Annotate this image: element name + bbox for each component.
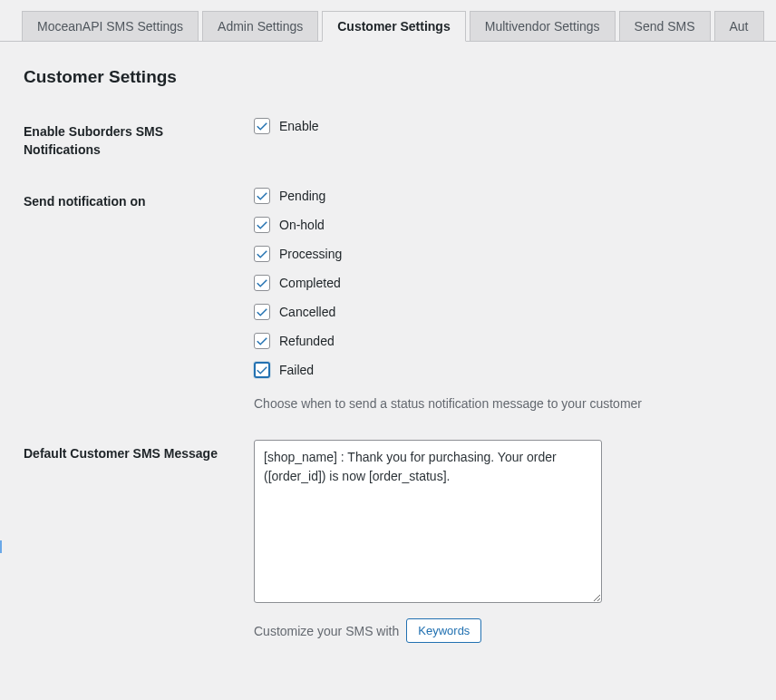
field-send-notification: Pending On-hold Processing bbox=[254, 188, 752, 411]
customize-row: Customize your SMS with Keywords bbox=[254, 618, 752, 643]
tab-customer-settings[interactable]: Customer Settings bbox=[322, 11, 465, 42]
field-default-message: Customize your SMS with Keywords bbox=[254, 440, 752, 643]
page-title: Customer Settings bbox=[24, 67, 752, 87]
checkbox-failed[interactable] bbox=[254, 362, 270, 378]
checkbox-cancelled[interactable] bbox=[254, 304, 270, 320]
checkbox-label-refunded[interactable]: Refunded bbox=[279, 334, 335, 348]
label-default-message: Default Customer SMS Message bbox=[24, 440, 254, 463]
tab-admin-settings[interactable]: Admin Settings bbox=[202, 11, 318, 41]
checkbox-pending[interactable] bbox=[254, 188, 270, 204]
row-default-message: Default Customer SMS Message Customize y… bbox=[24, 440, 752, 643]
tab-mocean-api-sms-settings[interactable]: MoceanAPI SMS Settings bbox=[22, 11, 199, 41]
tab-send-sms[interactable]: Send SMS bbox=[619, 11, 711, 41]
checkbox-label-cancelled[interactable]: Cancelled bbox=[279, 305, 335, 319]
content-area: Customer Settings Enable Suborders SMS N… bbox=[0, 42, 776, 643]
row-send-notification: Send notification on Pending On-hold bbox=[24, 188, 752, 411]
checkbox-label-enable[interactable]: Enable bbox=[279, 119, 319, 133]
label-enable-suborders: Enable Suborders SMS Notifications bbox=[24, 118, 254, 159]
help-text-send-notification: Choose when to send a status notificatio… bbox=[254, 396, 752, 411]
keywords-button[interactable]: Keywords bbox=[406, 618, 481, 643]
checkbox-label-processing[interactable]: Processing bbox=[279, 247, 342, 261]
row-enable-suborders: Enable Suborders SMS Notifications Enabl… bbox=[24, 118, 752, 159]
checkbox-label-completed[interactable]: Completed bbox=[279, 276, 341, 290]
checkbox-label-pending[interactable]: Pending bbox=[279, 189, 325, 203]
tab-multivendor-settings[interactable]: Multivendor Settings bbox=[470, 11, 616, 41]
tabs-nav: MoceanAPI SMS Settings Admin Settings Cu… bbox=[0, 0, 776, 42]
checkbox-refunded[interactable] bbox=[254, 333, 270, 349]
field-enable-suborders: Enable bbox=[254, 118, 752, 134]
tab-aut[interactable]: Aut bbox=[714, 11, 764, 41]
label-send-notification: Send notification on bbox=[24, 188, 254, 211]
customize-prefix-text: Customize your SMS with bbox=[254, 624, 399, 638]
checkbox-label-on-hold[interactable]: On-hold bbox=[279, 218, 325, 232]
checkbox-enable-suborders[interactable] bbox=[254, 118, 270, 134]
checkbox-completed[interactable] bbox=[254, 275, 270, 291]
checkbox-on-hold[interactable] bbox=[254, 217, 270, 233]
checkbox-processing[interactable] bbox=[254, 246, 270, 262]
checkbox-label-failed[interactable]: Failed bbox=[279, 363, 314, 377]
textarea-default-message[interactable] bbox=[254, 440, 602, 603]
